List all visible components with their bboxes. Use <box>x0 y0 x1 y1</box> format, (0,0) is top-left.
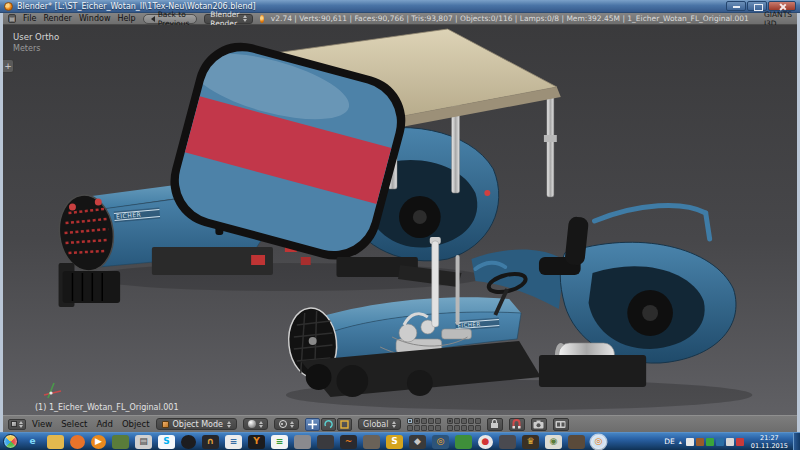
crown-app-icon[interactable]: ♛ <box>522 435 539 449</box>
photo-thumbnail-2-icon[interactable] <box>568 435 585 449</box>
editor-type-3dview-icon[interactable] <box>8 419 26 430</box>
farming-simulator-icon[interactable] <box>112 435 129 449</box>
back-to-previous-button[interactable]: Back to Previous <box>143 14 198 24</box>
pivot-point-select[interactable] <box>274 418 299 430</box>
tray-app-white-icon[interactable] <box>686 438 694 446</box>
menu-view[interactable]: View <box>32 419 52 429</box>
close-button[interactable] <box>768 1 796 11</box>
layer-1-toggle[interactable] <box>407 418 413 424</box>
layer-20-toggle[interactable] <box>475 425 481 431</box>
front-weights[interactable] <box>63 271 121 303</box>
blender-window: ▤ File Render Window Help Back to Previo… <box>0 13 800 432</box>
updown-arrows-icon <box>227 421 231 428</box>
orientation-select[interactable]: Global <box>358 418 401 430</box>
layer-18-toggle[interactable] <box>461 425 467 431</box>
file-explorer-icon[interactable] <box>47 435 64 449</box>
dark-swirl-app-icon[interactable] <box>181 435 196 449</box>
units-overlay: Meters <box>13 44 40 53</box>
dark-app-icon[interactable] <box>317 435 334 449</box>
firefox-icon[interactable] <box>70 435 85 449</box>
text-editor-icon[interactable]: ≡ <box>225 435 242 449</box>
maximize-button[interactable] <box>747 1 767 11</box>
blender-active-icon[interactable]: ◎ <box>591 435 606 449</box>
viewport-3d[interactable]: EICHER <box>3 25 797 415</box>
layer-12-toggle[interactable] <box>454 418 460 424</box>
language-indicator[interactable]: DE <box>664 437 675 446</box>
layer-10-toggle[interactable] <box>435 425 441 431</box>
layer-7-toggle[interactable] <box>414 425 420 431</box>
show-desktop-button[interactable] <box>793 433 800 450</box>
wolf-game-icon[interactable] <box>499 435 516 449</box>
menu-window[interactable]: Window <box>79 14 111 23</box>
yellow-s-app-icon[interactable]: S <box>386 435 403 449</box>
menu-file[interactable]: File <box>23 14 36 23</box>
menu-add[interactable]: Add <box>96 419 112 429</box>
menu-help[interactable]: Help <box>117 14 135 23</box>
start-button[interactable] <box>3 434 18 449</box>
skype-icon[interactable]: S <box>158 435 175 449</box>
inkscape-icon[interactable]: ◆ <box>409 435 426 449</box>
back-arrow-icon <box>151 16 155 22</box>
clock-date: 01.11.2015 <box>751 442 788 450</box>
internet-explorer-icon[interactable]: e <box>24 435 41 449</box>
3d-scene[interactable]: EICHER <box>3 25 797 415</box>
clock[interactable]: 21:27 01.11.2015 <box>748 434 791 450</box>
layer-6-toggle[interactable] <box>407 425 413 431</box>
tray-app-blue-icon[interactable] <box>716 438 724 446</box>
layer-11-toggle[interactable] <box>447 418 453 424</box>
gray-tool-app-icon[interactable] <box>294 435 311 449</box>
opengl-render-button[interactable] <box>531 418 547 431</box>
orange-emblem-app-icon[interactable]: Y <box>248 435 265 449</box>
menu-render[interactable]: Render <box>43 14 71 23</box>
opengl-render-anim-button[interactable] <box>553 418 569 431</box>
render-engine-select[interactable]: Blender Render <box>204 14 253 24</box>
layer-13-toggle[interactable] <box>461 418 467 424</box>
scale-manipulator-button[interactable] <box>337 418 352 431</box>
intake-pipe[interactable] <box>456 255 460 325</box>
tray-app-brown-icon[interactable] <box>696 438 704 446</box>
front-hub[interactable] <box>306 364 332 390</box>
layer-16-toggle[interactable] <box>447 425 453 431</box>
layer-3-toggle[interactable] <box>421 418 427 424</box>
layer-19-toggle[interactable] <box>468 425 474 431</box>
layer-8-toggle[interactable] <box>421 425 427 431</box>
exhaust-pipe[interactable] <box>432 241 439 327</box>
headphones-app-icon[interactable]: ∩ <box>202 435 219 449</box>
manipulator-buttons <box>305 418 352 431</box>
tray-app-green-icon[interactable] <box>706 438 714 446</box>
layer-grid-2 <box>447 418 481 431</box>
layer-4-toggle[interactable] <box>428 418 434 424</box>
blender-icon[interactable]: ◎ <box>432 435 449 449</box>
viewport-shading-select[interactable] <box>243 418 268 430</box>
layer-15-toggle[interactable] <box>475 418 481 424</box>
system-utility-icon[interactable]: ▤ <box>135 435 152 449</box>
layer-17-toggle[interactable] <box>454 425 460 431</box>
tray-network-icon[interactable] <box>726 438 734 446</box>
taskbar: e▶▤S∩≡Y≡~S◆◎●♛◉◎ DE ▴ 21:27 01.11.2015 <box>0 432 800 450</box>
hidden-icons-arrow[interactable]: ▴ <box>679 438 682 445</box>
red-swirl-app-icon[interactable]: ● <box>478 435 493 449</box>
media-player-icon[interactable]: ▶ <box>91 435 106 449</box>
photo-viewer-icon[interactable]: ◉ <box>545 435 562 449</box>
translate-manipulator-button[interactable] <box>305 418 320 431</box>
arcade-game-icon[interactable] <box>455 435 472 449</box>
menu-select[interactable]: Select <box>61 419 87 429</box>
document-app-icon[interactable]: ≡ <box>271 435 288 449</box>
rotate-manipulator-button[interactable] <box>321 418 336 431</box>
window-titlebar[interactable]: Blender* [L:\ST_Eicher_Wotan_II\1Tex-Neu… <box>0 0 800 13</box>
minimize-button[interactable] <box>726 1 746 11</box>
tray-volume-icon[interactable] <box>736 438 744 446</box>
layer-2-toggle[interactable] <box>414 418 420 424</box>
snap-toggle-button[interactable] <box>509 418 525 431</box>
layer-5-toggle[interactable] <box>435 418 441 424</box>
mode-select[interactable]: Object Mode <box>156 418 237 430</box>
editor-type-selector-icon[interactable]: ▤ <box>8 14 16 23</box>
menu-object[interactable]: Object <box>122 419 150 429</box>
layer-14-toggle[interactable] <box>468 418 474 424</box>
taskbar-icons: e▶▤S∩≡Y≡~S◆◎●♛◉◎ <box>24 435 606 449</box>
photo-thumbnail-icon[interactable] <box>363 435 380 449</box>
toolshelf-expand-tab[interactable]: + <box>3 59 14 73</box>
orange-swirl-app-icon[interactable]: ~ <box>340 435 357 449</box>
layer-9-toggle[interactable] <box>428 425 434 431</box>
lock-to-scene-button[interactable] <box>487 418 503 431</box>
